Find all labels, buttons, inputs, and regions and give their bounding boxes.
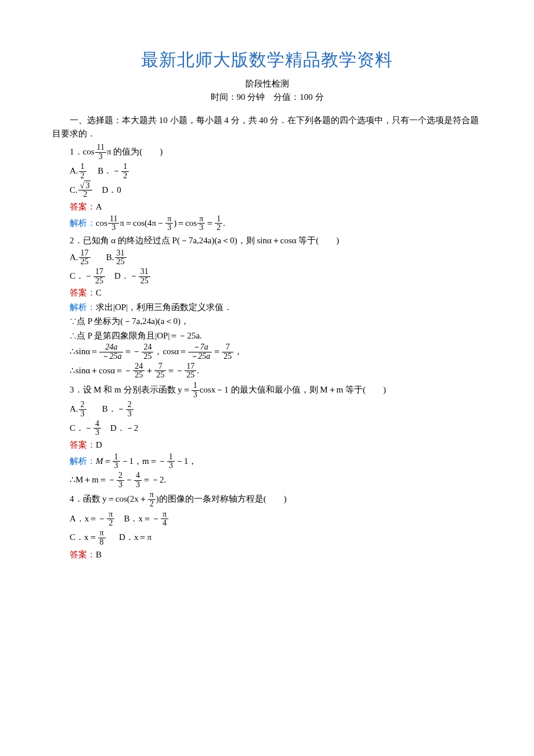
q2-exp5: ∴sinα＋cosα＝－2425＋725＝－1725. [70, 362, 482, 380]
q3-optA-label: A. [70, 404, 78, 413]
frac-den: 3 [134, 481, 142, 489]
frac-den: 2 [79, 172, 86, 181]
exp-text: ∴sinα＋cosα＝－ [70, 365, 132, 375]
q1-optC-frac: √32 [78, 182, 93, 199]
q2-exp2: ∵点 P 坐标为(－7a,24a)(a＜0)， [70, 315, 482, 328]
answer-label: 答案： [70, 550, 96, 559]
frac: 113 [108, 215, 119, 232]
frac-den: 8 [98, 538, 106, 547]
frac: 12 [215, 215, 222, 232]
q1-frac: 113 [95, 143, 106, 161]
frac: π8 [98, 529, 106, 546]
frac-den: 3 [165, 224, 173, 232]
frac-num: √3 [78, 182, 93, 191]
q2-stem: 2．已知角 α 的终边经过点 P(－7a,24a)(a＜0)，则 sinα＋co… [70, 234, 482, 247]
frac-num: 11 [108, 215, 119, 224]
q3-opts-row2: C．－43 D．－2 [70, 420, 482, 437]
frac-den: 25 [142, 352, 153, 361]
q1-frac-den: 3 [95, 153, 106, 161]
q2-answer: 答案：C [70, 286, 482, 300]
frac-num: 7 [154, 362, 166, 372]
frac: π3 [197, 215, 205, 232]
q3-stem: 3．设 M 和 m 分别表示函数 y＝13cosx－1 的最大值和最小值，则 M… [70, 381, 482, 399]
q3-optC-label: C．－ [70, 423, 93, 432]
frac-den: 25 [79, 258, 91, 267]
q4-opts-row1: A．x＝－π2 B．x＝－π4 [70, 510, 482, 528]
q4-optD: D．x＝π [119, 532, 151, 542]
q1-optC-label: C. [70, 185, 78, 194]
frac-den: 3 [117, 481, 124, 489]
exp-text: . [223, 218, 225, 227]
frac-num: 24a [99, 343, 123, 352]
frac-den: 4 [161, 519, 168, 528]
frac-den: 3 [108, 224, 119, 232]
answer-label: 答案： [70, 440, 96, 449]
frac-num: 7 [222, 343, 233, 352]
frac-num: 2 [126, 401, 134, 410]
frac-den: 2 [148, 500, 156, 509]
frac: 725 [154, 362, 166, 380]
exp-text: － [125, 475, 134, 484]
frac-den: 3 [167, 462, 175, 470]
frac: 13 [192, 381, 199, 399]
q2-opts-row1: A.1725 B.3125 [70, 249, 482, 267]
frac-den: 2 [107, 519, 114, 528]
q1-optB-label: B．－ [98, 166, 121, 175]
q2-optA-label: A. [70, 252, 78, 261]
explain-label: 解析： [70, 218, 96, 227]
explain-label: 解析： [70, 303, 96, 312]
frac-num: 2 [79, 401, 86, 410]
frac: 2425 [133, 362, 145, 380]
exp-text: ＝ [212, 347, 221, 356]
q2-optB-label: B. [106, 252, 114, 261]
exp-text: . [197, 365, 199, 375]
frac: 2425 [142, 343, 153, 361]
frac: π2 [148, 491, 156, 508]
exp-text: )＝cos [174, 218, 197, 227]
frac-den: 3 [197, 224, 205, 232]
frac-den: 3 [126, 410, 134, 419]
q2-optD-label: D．－ [114, 271, 138, 280]
q4-stem-b: )的图像的一条对称轴方程是( ) [156, 494, 287, 503]
q1-stem: 1．cos113π 的值为( ) [70, 143, 482, 161]
frac-num: 1 [192, 381, 199, 391]
frac-num: 17 [79, 249, 91, 258]
exp-text: π＝cos(4π－ [120, 218, 165, 227]
frac: 24a－25a [99, 343, 123, 361]
frac-num: 1 [79, 163, 86, 172]
frac-den: －25a [188, 352, 212, 361]
exp-text: ＝－2. [142, 475, 166, 484]
frac: π2 [107, 510, 114, 528]
exp-text: ＝－ [124, 347, 141, 356]
frac-den: －25a [99, 352, 123, 361]
frac-num: 24 [142, 343, 153, 352]
q3-optB-label: B．－ [102, 404, 125, 413]
exp-text: 求出|OP|，利用三角函数定义求值． [96, 303, 232, 312]
frac-den: 25 [115, 258, 127, 267]
exp-text: ＝ [205, 218, 214, 227]
q3-opts-row1: A.23 B．－23 [70, 401, 482, 418]
frac: 43 [134, 471, 142, 489]
q3-exp2: ∴M＋m＝－23－43＝－2. [70, 471, 482, 489]
frac: 3125 [115, 249, 127, 267]
frac: 23 [126, 401, 134, 418]
answer-value: A [96, 202, 102, 211]
frac-num: π [197, 215, 205, 224]
q4-optB-label: B．x＝－ [124, 513, 160, 523]
q1-explanation: 解析：cos113π＝cos(4π－π3)＝cosπ3＝12. [70, 215, 482, 232]
q4-stem-a: 4．函数 y＝cos(2x＋ [70, 494, 147, 503]
q1-opts-row1: A.12 B．－12 [70, 163, 482, 180]
frac-den: 25 [93, 277, 105, 286]
frac-num: π [161, 510, 168, 520]
exp-text: ∴sinα＝ [70, 347, 99, 356]
q3-stem-a: 3．设 M 和 m 分别表示函数 y＝ [70, 385, 191, 394]
q3-exp1: 解析：M＝13－1，m＝－13－1， [70, 453, 482, 470]
exp-text: M＝ [96, 456, 112, 465]
subtitle: 阶段性检测 [52, 77, 482, 91]
frac-den: 25 [154, 371, 166, 380]
exp-text: ， [234, 347, 243, 356]
q3-optD: D．－2 [110, 423, 138, 432]
q2-opts-row2: C．－1725 D．－3125 [70, 268, 482, 285]
frac: 1725 [93, 268, 105, 285]
frac-num: π [98, 529, 106, 538]
